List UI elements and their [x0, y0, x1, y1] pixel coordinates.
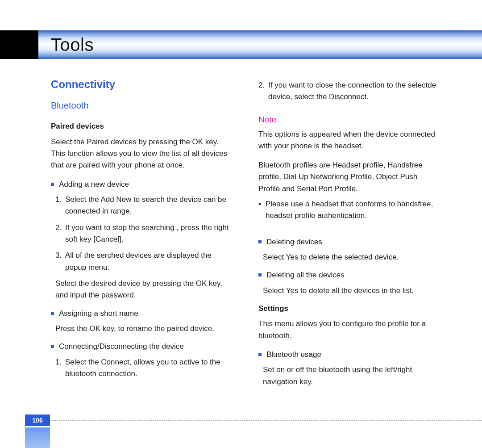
note-para: Bluetooth profiles are Headset profile, … — [258, 159, 439, 195]
step-number: 2. — [258, 80, 265, 91]
footer-dashed-line — [50, 420, 482, 421]
step-text: Select the Add New to search the device … — [65, 195, 226, 215]
item-label: Deleting devices — [266, 238, 322, 246]
settings-intro: This menu allows you to configure the pr… — [258, 318, 439, 342]
item-label: Connecting/Disconnecting the device — [59, 342, 184, 351]
step-text: If you want to close the connection to t… — [268, 81, 436, 101]
page-header: Tools — [0, 30, 482, 59]
step-item: 3.All of the serched devices are display… — [55, 250, 232, 273]
page-title: Tools — [51, 35, 94, 55]
add-after-text: Select the desired device by pressing th… — [55, 278, 232, 301]
item-adding-device: Adding a new device — [51, 179, 232, 190]
item-label: Adding a new device — [59, 180, 129, 188]
delete-all-text: Select Yes to delete all the devices in … — [263, 285, 439, 297]
page-footer: 106 — [0, 415, 482, 428]
heading-settings: Settings — [258, 303, 439, 314]
note-bullet: Please use a headset that conforms to ha… — [258, 198, 439, 222]
content-area: Connectivity Bluetooth Paired devices Se… — [51, 76, 439, 394]
left-column: Connectivity Bluetooth Paired devices Se… — [51, 76, 232, 394]
item-label: Assigning a short name — [59, 309, 138, 318]
item-deleting-all: Deleting all the devices — [258, 269, 439, 281]
step-number: 1. — [55, 194, 62, 205]
item-connect-disconnect: Connecting/Disconnecting the device — [51, 341, 232, 352]
item-bluetooth-usage: Bluetooth usage — [258, 349, 439, 360]
bullet-text: Please use a headset that conforms to ha… — [266, 200, 433, 220]
item-assign-name: Assigning a short name — [51, 308, 232, 319]
step-text: If you want to stop the searching , pres… — [65, 223, 229, 243]
right-column: 2.If you want to close the connection to… — [258, 76, 439, 394]
page-number: 106 — [25, 415, 50, 426]
item-label: Deleting all the devices — [266, 271, 345, 279]
note-heading: Note — [258, 113, 439, 126]
delete-text: Select Yes to delete the selected device… — [263, 251, 439, 263]
item-deleting-devices: Deleting devices — [258, 236, 439, 248]
step-item: 2.If you want to stop the searching , pr… — [55, 222, 232, 246]
step-text: Select the Connect, allows you to active… — [65, 358, 220, 378]
step-text: All of the serched devices are displayed… — [65, 251, 212, 271]
header-accent-block — [0, 30, 38, 59]
step-item: 1.Select the Connect, allows you to acti… — [55, 356, 232, 380]
assign-text: Press the OK key, to rename the paired d… — [55, 323, 232, 335]
step-item: 2.If you want to close the connection to… — [258, 80, 439, 103]
section-heading-connectivity: Connectivity — [51, 76, 232, 92]
note-para: This options is appeared when the device… — [258, 129, 439, 152]
heading-paired-devices: Paired devices — [51, 121, 232, 132]
paired-intro-text: Select the Paired devices by pressing th… — [51, 136, 232, 172]
step-number: 3. — [55, 250, 62, 261]
side-tab — [25, 427, 50, 448]
step-item: 1.Select the Add New to search the devic… — [55, 194, 232, 218]
step-number: 1. — [55, 356, 62, 368]
item-label: Bluetooth usage — [266, 350, 321, 359]
bt-usage-text: Set on or off the bluetooth using the le… — [263, 364, 439, 388]
step-number: 2. — [55, 222, 62, 234]
subsection-heading-bluetooth: Bluetooth — [51, 99, 232, 113]
header-gradient: Tools — [38, 30, 482, 59]
